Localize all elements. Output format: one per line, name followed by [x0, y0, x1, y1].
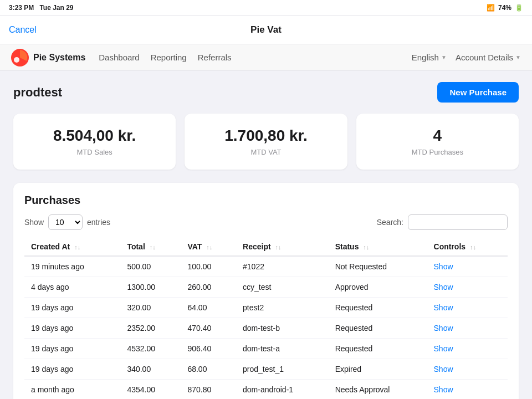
show-link[interactable]: Show	[434, 303, 453, 312]
cell-control[interactable]: Show	[427, 339, 508, 359]
show-link[interactable]: Show	[434, 385, 453, 394]
cell-created-at: 19 days ago	[24, 298, 120, 318]
nav-link-referrals[interactable]: Referrals	[198, 53, 232, 62]
status-date: Tue Jan 29	[39, 4, 73, 12]
toolbar-right: English ▼ Account Details ▼	[412, 53, 521, 62]
new-purchase-button[interactable]: New Purchase	[437, 82, 519, 103]
cell-created-at: a month ago	[24, 380, 120, 400]
sort-icon-controls: ↑↓	[470, 244, 476, 250]
search-input[interactable]	[408, 214, 508, 230]
cell-total: 4354.00	[120, 380, 181, 400]
nav-link-reporting[interactable]: Reporting	[151, 53, 187, 62]
table-row: a month ago 4354.00 870.80 dom-android-1…	[24, 380, 508, 400]
cell-created-at: 19 days ago	[24, 318, 120, 339]
mtd-sales-label: MTD Sales	[24, 148, 165, 156]
cell-control[interactable]: Show	[427, 380, 508, 400]
cell-vat: 906.40	[181, 339, 236, 359]
show-link[interactable]: Show	[434, 262, 453, 271]
toolbar-left: Pie Systems Dashboard Reporting Referral…	[11, 49, 232, 66]
sort-icon-status: ↑↓	[363, 244, 369, 250]
show-entries: Show 10 25 50 100 entries	[24, 214, 110, 230]
language-selector[interactable]: English ▼	[412, 53, 447, 62]
cell-total: 1300.00	[120, 277, 181, 298]
cell-total: 320.00	[120, 298, 181, 318]
mtd-vat-value: 1.700,80 kr.	[196, 127, 336, 145]
status-time-date: 3:23 PM Tue Jan 29	[9, 4, 74, 12]
stat-card-mtd-vat: 1.700,80 kr. MTD VAT	[185, 114, 347, 170]
cell-status: Approved	[329, 277, 427, 298]
cell-receipt: ccy_test	[236, 277, 329, 298]
table-row: 19 days ago 320.00 64.00 ptest2 Requeste…	[24, 298, 508, 318]
battery-icon: 🔋	[515, 4, 523, 12]
nav-link-dashboard[interactable]: Dashboard	[99, 53, 139, 62]
entries-select[interactable]: 10 25 50 100	[48, 214, 83, 230]
entries-label: entries	[87, 218, 110, 227]
purchases-section: Purchases Show 10 25 50 100 entries Sear…	[13, 183, 519, 399]
status-indicators: 📶 74% 🔋	[487, 4, 523, 12]
search-label: Search:	[377, 218, 403, 227]
cell-status: Requested	[329, 318, 427, 339]
nav-links: Dashboard Reporting Referrals	[99, 53, 231, 62]
sort-icon-receipt: ↑↓	[275, 244, 282, 250]
mtd-sales-value: 8.504,00 kr.	[24, 127, 165, 145]
stats-row: 8.504,00 kr. MTD Sales 1.700,80 kr. MTD …	[13, 114, 519, 170]
table-row: 19 days ago 340.00 68.00 prod_test_1 Exp…	[24, 359, 508, 380]
col-total[interactable]: Total ↑↓	[120, 238, 181, 256]
wifi-icon: 📶	[487, 4, 495, 12]
mtd-purchases-label: MTD Purchases	[367, 148, 508, 156]
cell-status: Expired	[329, 359, 427, 380]
col-status[interactable]: Status ↑↓	[329, 238, 427, 256]
cell-vat: 68.00	[181, 359, 236, 380]
status-bar: 3:23 PM Tue Jan 29 📶 74% 🔋	[0, 0, 532, 16]
table-row: 19 days ago 4532.00 906.40 dom-test-a Re…	[24, 339, 508, 359]
purchases-section-title: Purchases	[24, 194, 508, 207]
show-link[interactable]: Show	[434, 344, 453, 353]
pie-systems-logo	[11, 49, 29, 66]
svg-point-1	[14, 57, 19, 63]
sort-icon-created-at: ↑↓	[74, 244, 80, 250]
nav-header: Cancel Pie Vat	[0, 16, 532, 44]
show-link[interactable]: Show	[434, 324, 453, 332]
cell-control[interactable]: Show	[427, 359, 508, 380]
main-content: prodtest New Purchase 8.504,00 kr. MTD S…	[0, 71, 532, 399]
col-created-at[interactable]: Created At ↑↓	[24, 238, 120, 256]
cell-status: Not Requested	[329, 256, 427, 277]
table-body: 19 minutes ago 500.00 100.00 #1022 Not R…	[24, 256, 508, 399]
col-vat[interactable]: VAT ↑↓	[181, 238, 236, 256]
col-controls[interactable]: Controls ↑↓	[427, 238, 508, 256]
language-label: English	[412, 53, 439, 62]
cell-control[interactable]: Show	[427, 256, 508, 277]
table-row: 19 minutes ago 500.00 100.00 #1022 Not R…	[24, 256, 508, 277]
cell-control[interactable]: Show	[427, 298, 508, 318]
cell-control[interactable]: Show	[427, 277, 508, 298]
show-label: Show	[24, 218, 44, 227]
logo-area[interactable]: Pie Systems	[11, 49, 85, 66]
cell-vat: 470.40	[181, 318, 236, 339]
page-title: prodtest	[13, 85, 62, 100]
mtd-vat-label: MTD VAT	[196, 148, 336, 156]
show-link[interactable]: Show	[434, 365, 453, 374]
page-header: prodtest New Purchase	[13, 82, 519, 103]
col-receipt[interactable]: Receipt ↑↓	[236, 238, 329, 256]
cancel-button[interactable]: Cancel	[9, 25, 37, 35]
nav-title: Pie Vat	[250, 24, 282, 35]
stat-card-mtd-sales: 8.504,00 kr. MTD Sales	[13, 114, 176, 170]
cell-vat: 64.00	[181, 298, 236, 318]
cell-vat: 100.00	[181, 256, 236, 277]
sort-icon-total: ↑↓	[150, 244, 156, 250]
cell-control[interactable]: Show	[427, 318, 508, 339]
language-dropdown-arrow: ▼	[441, 54, 447, 60]
table-controls: Show 10 25 50 100 entries Search:	[24, 214, 508, 230]
cell-receipt: #1022	[236, 256, 329, 277]
show-link[interactable]: Show	[434, 283, 453, 291]
battery-level: 74%	[498, 4, 511, 12]
cell-created-at: 4 days ago	[24, 277, 120, 298]
cell-total: 500.00	[120, 256, 181, 277]
sort-icon-vat: ↑↓	[206, 244, 212, 250]
purchases-table: Created At ↑↓ Total ↑↓ VAT ↑↓ Receipt ↑↓	[24, 238, 508, 399]
cell-receipt: dom-test-a	[236, 339, 329, 359]
table-row: 19 days ago 2352.00 470.40 dom-test-b Re…	[24, 318, 508, 339]
account-details-selector[interactable]: Account Details ▼	[456, 53, 521, 62]
cell-vat: 870.80	[181, 380, 236, 400]
cell-status: Needs Approval	[329, 380, 427, 400]
